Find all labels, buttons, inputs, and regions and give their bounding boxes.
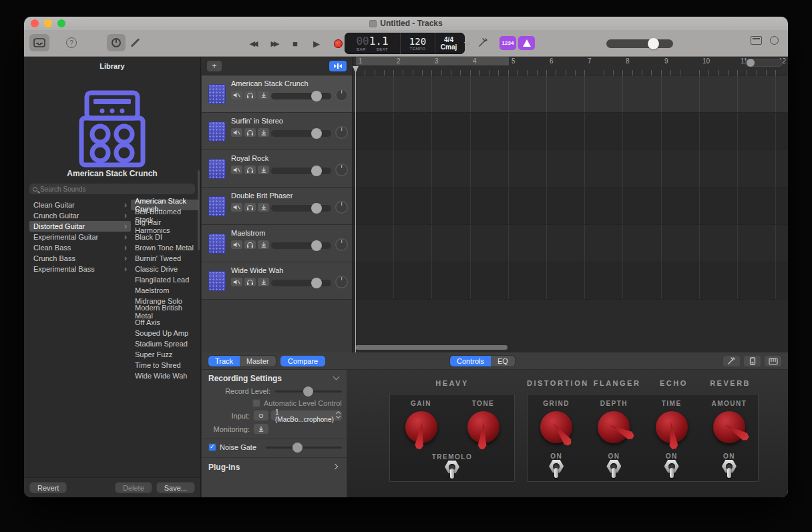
category-clean-bass[interactable]: Clean Bass — [29, 242, 131, 253]
patch-item[interactable]: Big Hair Harmonics — [131, 221, 199, 232]
pan-knob[interactable] — [335, 164, 348, 176]
track-row[interactable]: Wide Wide Wah — [202, 262, 352, 300]
mute-button[interactable] — [231, 128, 242, 137]
record-level-thumb[interactable] — [303, 386, 313, 396]
track-row[interactable]: Double Brit Phaser — [202, 188, 352, 225]
lcd-display[interactable]: 001.1 BARBEAT 120 TEMPO 4/4 Cmaj — [345, 33, 465, 54]
mute-button[interactable] — [231, 91, 242, 99]
track-volume-thumb[interactable] — [311, 278, 322, 288]
mute-button[interactable] — [231, 203, 242, 212]
input-format-button[interactable]: O — [254, 411, 268, 421]
tone-knob[interactable] — [466, 410, 501, 445]
tremolo-switch[interactable] — [443, 461, 461, 479]
category-experimental-guitar[interactable]: Experimental Guitar — [29, 232, 131, 242]
track-lane[interactable] — [353, 113, 788, 150]
track-lanes[interactable] — [353, 75, 788, 300]
search-sounds-field[interactable]: Search Sounds — [29, 184, 195, 194]
input-monitoring-button[interactable] — [258, 91, 269, 99]
tab-eq[interactable]: EQ — [491, 356, 515, 366]
media-browser-button[interactable] — [770, 36, 779, 45]
track-name[interactable]: Royal Rock — [231, 154, 268, 162]
track-volume-thumb[interactable] — [311, 91, 322, 101]
reverb-switch[interactable] — [721, 460, 738, 479]
track-row[interactable]: Surfin' in Stereo — [202, 113, 352, 150]
metronome-button[interactable] — [518, 36, 535, 50]
delete-button[interactable]: Delete — [115, 482, 152, 493]
loop-browser-button[interactable] — [751, 36, 762, 45]
category-clean-guitar[interactable]: Clean Guitar — [29, 200, 131, 210]
auto-level-checkbox[interactable] — [252, 399, 260, 407]
input-monitoring-button[interactable] — [258, 128, 269, 137]
tab-controls[interactable]: Controls — [450, 356, 491, 366]
patch-item[interactable]: Modern British Metal — [131, 306, 199, 317]
patch-item[interactable]: Burnin' Tweed — [131, 253, 199, 264]
category-crunch-guitar[interactable]: Crunch Guitar — [29, 210, 131, 221]
catch-playhead-button[interactable] — [329, 61, 347, 71]
track-lane[interactable] — [353, 75, 788, 113]
input-device-dropdown[interactable]: 1 (MacBo...crophone) — [271, 411, 342, 421]
keyboard-button[interactable] — [765, 356, 781, 366]
category-experimental-bass[interactable]: Experimental Bass — [29, 264, 131, 274]
record-level-slider[interactable] — [275, 390, 342, 392]
editors-button[interactable] — [128, 35, 142, 50]
stop-button[interactable] — [287, 35, 303, 51]
depth-knob[interactable] — [596, 410, 631, 445]
flanger-switch[interactable] — [605, 460, 622, 479]
timeline-horizontal-scrollbar[interactable] — [355, 345, 508, 350]
track-row[interactable]: American Stack Crunch — [202, 75, 352, 113]
input-monitoring-button[interactable] — [258, 278, 269, 286]
count-in-button[interactable]: 1234 — [499, 36, 516, 50]
noise-gate-slider[interactable] — [266, 447, 342, 449]
timeline-ruler[interactable]: 1 2 3 4 5 6 7 8 9 10 11 12 — [353, 57, 788, 75]
track-name[interactable]: Double Brit Phaser — [231, 192, 292, 200]
track-volume-thumb[interactable] — [311, 240, 322, 251]
amount-knob[interactable] — [712, 410, 747, 445]
patch-item[interactable]: Souped Up Amp — [131, 328, 199, 338]
revert-button[interactable]: Revert — [29, 482, 67, 493]
save-button[interactable]: Save... — [156, 482, 195, 493]
patch-item[interactable]: Brown Tone Metal — [131, 242, 199, 253]
track-volume-thumb[interactable] — [311, 166, 322, 176]
add-track-button[interactable] — [207, 61, 222, 71]
recording-settings-header[interactable]: Recording Settings — [208, 374, 282, 383]
noise-gate-checkbox[interactable] — [208, 443, 216, 451]
patch-item[interactable]: Time to Shred — [131, 360, 199, 370]
solo-button[interactable] — [244, 240, 256, 249]
patch-item[interactable]: Super Fuzz — [131, 349, 199, 360]
patch-item[interactable]: Classic Drive — [131, 264, 199, 274]
zoom-thumb[interactable] — [747, 59, 755, 67]
rewind-button[interactable] — [244, 35, 260, 51]
pan-knob[interactable] — [335, 276, 348, 288]
horizontal-zoom-slider[interactable] — [745, 59, 783, 67]
monitoring-button[interactable] — [254, 424, 268, 434]
patch-item[interactable]: Flangilated Lead — [131, 274, 199, 285]
input-monitoring-button[interactable] — [258, 166, 269, 174]
track-lane[interactable] — [353, 150, 788, 188]
quick-help-button[interactable]: ? — [64, 35, 79, 50]
track-volume-slider[interactable] — [271, 168, 331, 174]
echo-switch[interactable] — [663, 460, 680, 479]
solo-button[interactable] — [244, 91, 256, 99]
grind-knob[interactable] — [539, 410, 574, 445]
input-monitoring-button[interactable] — [258, 203, 269, 212]
category-distorted-guitar[interactable]: Distorted Guitar — [29, 221, 131, 232]
pan-knob[interactable] — [335, 89, 348, 101]
track-row[interactable]: Maelstrom — [202, 225, 352, 262]
track-volume-slider[interactable] — [271, 130, 331, 137]
track-volume-slider[interactable] — [271, 205, 331, 212]
track-volume-thumb[interactable] — [311, 128, 322, 139]
track-lane[interactable] — [353, 225, 788, 262]
pan-knob[interactable] — [335, 201, 348, 214]
library-vertical-scrollbar[interactable] — [198, 170, 200, 250]
gain-knob[interactable] — [404, 410, 439, 445]
master-volume-slider[interactable] — [606, 39, 673, 48]
minimize-window-button[interactable] — [44, 19, 52, 27]
patch-item[interactable]: Maelstrom — [131, 285, 199, 296]
track-volume-slider[interactable] — [271, 93, 331, 99]
solo-button[interactable] — [244, 203, 256, 212]
track-row[interactable]: Royal Rock — [202, 150, 352, 188]
mute-button[interactable] — [231, 278, 242, 286]
track-lane[interactable] — [353, 262, 788, 300]
tab-track[interactable]: Track — [208, 356, 240, 366]
time-knob[interactable] — [654, 410, 689, 445]
